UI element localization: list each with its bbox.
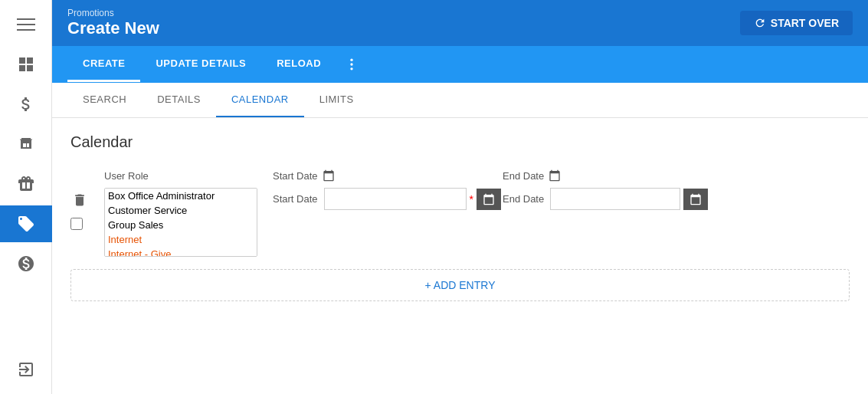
start-date-label: Start Date	[273, 193, 318, 205]
end-date-input[interactable]	[550, 188, 680, 210]
start-date-input[interactable]	[324, 188, 467, 210]
dollar2-icon	[17, 254, 35, 273]
user-role-option-customer-service[interactable]: Customer Service	[105, 203, 257, 218]
delete-icon	[72, 192, 87, 208]
dashboard-icon	[17, 55, 35, 74]
sidebar-item-store[interactable]	[8, 126, 44, 163]
more-vert-icon	[344, 57, 359, 72]
sidebar-item-dollar[interactable]	[8, 86, 44, 123]
col-header-user-role: User Role	[104, 169, 257, 182]
dollar-icon	[17, 95, 35, 113]
form-row: Box Office Administrator Customer Servic…	[70, 188, 850, 257]
form-column-headers: User Role Start Date End Date	[70, 169, 850, 182]
end-date-field: End Date	[503, 188, 708, 210]
end-date-calendar-button[interactable]	[683, 189, 708, 210]
start-date-field: Start Date *	[273, 188, 487, 210]
svg-point-7	[350, 59, 352, 61]
exit-icon	[17, 360, 35, 379]
col-header-start-date: Start Date	[273, 169, 487, 182]
action-tab-update-details[interactable]: UPDATE DETAILS	[140, 47, 261, 82]
start-over-label: START OVER	[771, 17, 839, 29]
required-indicator: *	[470, 193, 473, 205]
content-area: Calendar User Role Start Date End Date	[52, 118, 868, 394]
svg-rect-2	[17, 29, 35, 31]
sidebar-item-promotions[interactable]	[0, 205, 52, 242]
menu-icon	[17, 15, 35, 34]
page-title: Create New	[67, 18, 159, 38]
sidebar-item-dashboard[interactable]	[8, 46, 44, 83]
svg-rect-5	[19, 65, 25, 71]
svg-rect-4	[27, 57, 33, 64]
svg-point-8	[350, 63, 352, 65]
user-role-option-internet[interactable]: Internet	[105, 232, 257, 247]
sub-tab-details[interactable]: DETAILS	[142, 83, 216, 117]
svg-point-9	[350, 67, 352, 70]
calendar-icon-start	[323, 169, 335, 182]
gift-icon	[17, 175, 35, 193]
start-date-calendar-button[interactable]	[477, 189, 501, 210]
svg-rect-0	[17, 18, 35, 20]
svg-rect-6	[27, 65, 33, 71]
refresh-icon	[754, 17, 766, 29]
action-tab-create[interactable]: CREATE	[67, 47, 140, 82]
svg-rect-1	[17, 24, 35, 25]
add-entry-button[interactable]: + ADD ENTRY	[70, 269, 850, 301]
section-title: Calendar	[70, 133, 850, 151]
promotions-icon	[17, 215, 35, 233]
top-bar: Promotions Create New START OVER	[52, 0, 868, 46]
start-over-button[interactable]: START OVER	[740, 11, 853, 35]
user-role-option-box-office[interactable]: Box Office Administrator	[105, 189, 257, 203]
sidebar-item-exit[interactable]	[8, 351, 44, 388]
sub-tabs: SEARCH DETAILS CALENDAR LIMITS	[52, 83, 868, 118]
calendar-icon-end	[549, 169, 561, 182]
user-role-option-group-sales[interactable]: Group Sales	[105, 218, 257, 232]
sub-tab-calendar[interactable]: CALENDAR	[216, 83, 304, 117]
sub-tab-limits[interactable]: LIMITS	[304, 83, 369, 117]
user-role-select[interactable]: Box Office Administrator Customer Servic…	[104, 188, 257, 257]
main-content: Promotions Create New START OVER CREATE …	[52, 0, 868, 394]
calendar-form: User Role Start Date End Date	[70, 169, 850, 301]
user-role-option-internet-give[interactable]: Internet - Give	[105, 247, 257, 257]
col-header-end-date: End Date	[503, 169, 850, 182]
store-icon	[17, 135, 35, 153]
sidebar-item-dollar2[interactable]	[8, 245, 44, 282]
add-entry-label: + ADD ENTRY	[425, 279, 496, 291]
delete-row-button[interactable]	[70, 191, 89, 212]
breadcrumb: Promotions	[67, 8, 159, 18]
row-checkbox[interactable]	[70, 218, 83, 230]
svg-rect-3	[19, 57, 25, 64]
more-options-button[interactable]	[336, 46, 367, 83]
calendar-picker-icon-start	[483, 193, 495, 205]
action-tab-reload[interactable]: RELOAD	[261, 47, 336, 82]
row-actions	[70, 188, 89, 230]
end-date-label: End Date	[503, 193, 544, 205]
sub-tab-search[interactable]: SEARCH	[67, 83, 142, 117]
top-bar-left: Promotions Create New	[67, 8, 159, 38]
sidebar	[0, 0, 52, 394]
calendar-picker-icon-end	[689, 193, 702, 205]
action-bar: CREATE UPDATE DETAILS RELOAD	[52, 46, 868, 83]
sidebar-item-gift[interactable]	[8, 166, 44, 202]
sidebar-item-menu[interactable]	[8, 6, 44, 43]
